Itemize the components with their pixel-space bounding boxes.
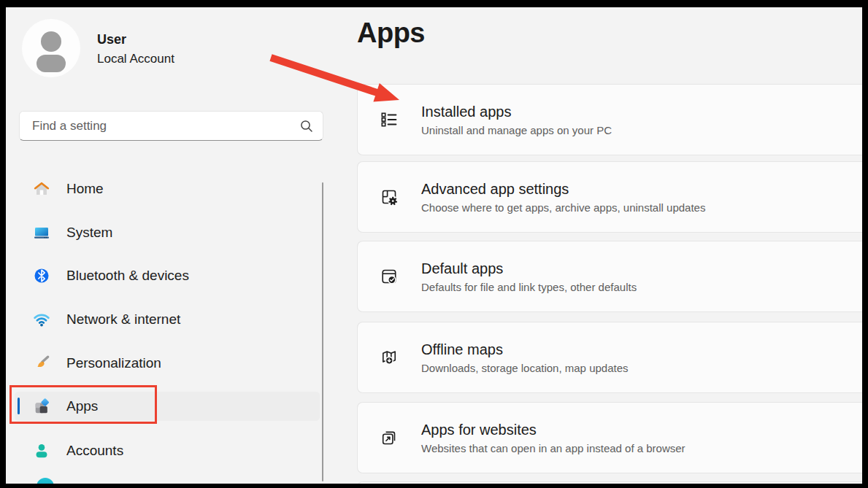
selected-indicator-pill <box>18 398 20 414</box>
sidebar-item-bluetooth[interactable]: Bluetooth & devices <box>15 261 320 290</box>
sidebar-item-label: Network & internet <box>66 311 180 328</box>
sidebar-item-personalization[interactable]: Personalization <box>15 349 320 378</box>
sidebar-item-apps[interactable]: Apps <box>15 392 320 421</box>
card-apps-for-websites[interactable]: Apps for websites Websites that can open… <box>357 402 862 473</box>
apps-for-websites-icon <box>380 428 399 447</box>
accounts-icon <box>33 442 50 460</box>
card-advanced-app-settings[interactable]: Advanced app settings Choose where to ge… <box>357 161 862 233</box>
advanced-app-settings-icon <box>380 187 399 206</box>
sidebar-item-label: Home <box>66 181 104 197</box>
sidebar-item-system[interactable]: System <box>15 218 320 247</box>
sidebar-item-accounts[interactable]: Accounts <box>15 436 320 465</box>
network-icon <box>33 311 50 328</box>
sidebar-item-label: Personalization <box>66 355 161 371</box>
sidebar-item-home[interactable]: Home <box>15 174 320 204</box>
sidebar-item-label: Apps <box>66 398 98 414</box>
apps-icon <box>33 398 50 415</box>
card-default-apps[interactable]: Default apps Defaults for file and link … <box>357 241 862 312</box>
search-input[interactable] <box>32 119 300 133</box>
sidebar-scrollbar[interactable] <box>322 182 323 481</box>
card-title: Apps for websites <box>421 421 685 438</box>
bluetooth-icon <box>33 267 50 284</box>
avatar[interactable] <box>22 19 80 77</box>
person-icon <box>22 19 80 77</box>
card-subtitle: Websites that can open in an app instead… <box>421 441 685 455</box>
page-title: Apps <box>357 18 425 49</box>
sidebar-item-label: Accounts <box>66 443 123 459</box>
system-icon <box>33 224 50 241</box>
card-subtitle: Choose where to get apps, archive apps, … <box>421 201 705 214</box>
search-box[interactable] <box>19 111 323 141</box>
card-subtitle: Uninstall and manage apps on your PC <box>421 123 612 137</box>
screenshot-border-left <box>0 0 6 488</box>
card-offline-maps[interactable]: Offline maps Downloads, storage location… <box>357 322 862 393</box>
card-subtitle: Defaults for file and link types, other … <box>421 280 637 294</box>
card-title: Installed apps <box>421 103 612 120</box>
sidebar-item-network[interactable]: Network & internet <box>15 305 320 334</box>
card-title: Advanced app settings <box>421 180 705 198</box>
installed-apps-icon <box>380 110 399 129</box>
offline-maps-icon <box>380 348 399 367</box>
sidebar-item-label: System <box>66 225 112 241</box>
default-apps-icon <box>380 267 399 286</box>
screenshot-border-top <box>0 0 868 7</box>
sidebar-item-label: Bluetooth & devices <box>66 268 189 284</box>
search-icon <box>300 120 313 133</box>
personalization-icon <box>33 355 50 372</box>
user-name: User <box>97 32 126 47</box>
card-subtitle: Downloads, storage location, map updates <box>421 361 629 375</box>
home-icon <box>33 180 50 198</box>
card-title: Default apps <box>421 260 637 277</box>
screenshot-border-right <box>862 0 868 488</box>
user-account-type: Local Account <box>97 52 174 66</box>
card-installed-apps[interactable]: Installed apps Uninstall and manage apps… <box>357 84 862 155</box>
screenshot-border-bottom <box>0 484 868 488</box>
card-title: Offline maps <box>421 341 629 358</box>
